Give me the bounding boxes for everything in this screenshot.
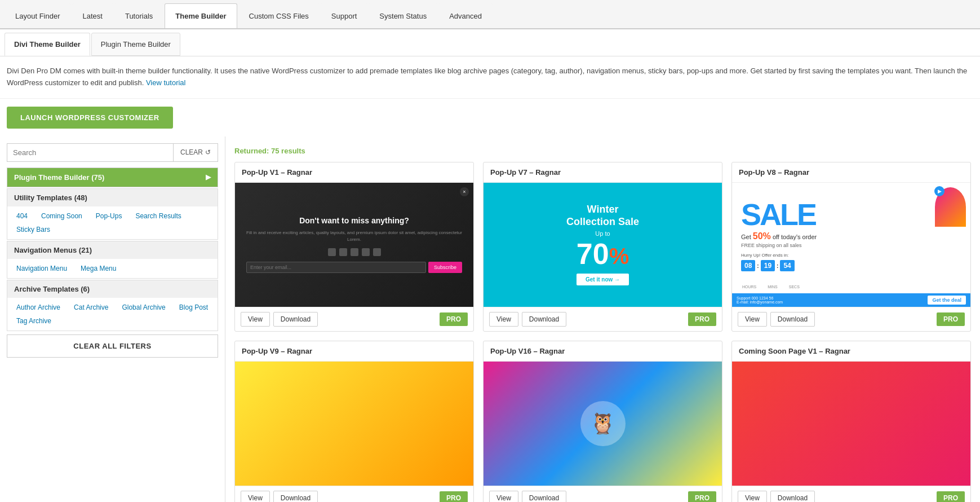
- pro-badge-popup-v1: PRO: [440, 312, 468, 326]
- filter-item-navigation-menu[interactable]: Navigation Menu: [12, 262, 72, 275]
- view-button-popup-v1[interactable]: View: [241, 312, 270, 327]
- clear-search-button[interactable]: CLEAR ↺: [173, 144, 218, 161]
- tab-tutorials[interactable]: Tutorials: [114, 3, 163, 28]
- plugin-theme-builder-filter[interactable]: Plugin Theme Builder (75) ▶: [7, 168, 218, 187]
- results-label: Returned:: [234, 147, 269, 155]
- bottom-bar: Support 000 1234 56 E-mail: info@yoname.…: [732, 293, 970, 307]
- template-card-popup-v1: Pop-Up V1 – Ragnar × Don't want to miss …: [234, 162, 474, 332]
- timer-label-secs: SECS: [789, 285, 800, 289]
- card-preview-popup-v1: × Don't want to miss anything? Fill in a…: [235, 183, 473, 307]
- clear-search-label: CLEAR: [180, 148, 203, 156]
- download-button-coming-soon-v1[interactable]: Download: [770, 491, 815, 502]
- tab-layout-finder[interactable]: Layout Finder: [5, 3, 71, 28]
- navigation-menus-items: Navigation Menu Mega Menu: [7, 259, 218, 278]
- download-button-popup-v8[interactable]: Download: [770, 312, 815, 327]
- tab-latest[interactable]: Latest: [72, 3, 113, 28]
- view-button-popup-v8[interactable]: View: [738, 312, 767, 327]
- timer-labels: HOURS MINS SECS: [742, 285, 961, 289]
- clear-all-filters-button[interactable]: CLEAR ALL FILTERS: [7, 334, 218, 358]
- winter-upto: Up to: [595, 230, 610, 237]
- main-layout: CLEAR ↺ Plugin Theme Builder (75) ▶ Util…: [0, 136, 980, 502]
- subscribe-btn-preview[interactable]: Subscribe: [428, 262, 462, 273]
- card-title-popup-v1: Pop-Up V1 – Ragnar: [235, 162, 473, 183]
- youtube-icon: [328, 248, 336, 256]
- view-button-popup-v7[interactable]: View: [489, 312, 518, 327]
- filter-item-404[interactable]: 404: [12, 210, 32, 222]
- email-input-preview[interactable]: [246, 262, 426, 273]
- template-card-popup-v16: Pop-Up V16 – Ragnar 🦉 View Download PRO: [483, 341, 722, 502]
- results-suffix: results: [281, 147, 305, 155]
- filter-item-pop-ups[interactable]: Pop-Ups: [91, 210, 127, 222]
- results-count: 75: [271, 147, 279, 155]
- view-button-popup-v9[interactable]: View: [241, 491, 270, 502]
- sub-tabs-container: Divi Theme Builder Plugin Theme Builder: [0, 29, 980, 56]
- tab-system-status[interactable]: System Status: [369, 3, 437, 28]
- timer-mins: 19: [761, 260, 775, 271]
- archive-templates-items: Author Archive Cat Archive Global Archiv…: [7, 298, 218, 331]
- timer-sep-1: :: [757, 263, 759, 269]
- yellow-preview: [235, 362, 473, 486]
- close-icon: ×: [460, 187, 469, 196]
- red-preview: [732, 362, 970, 486]
- top-tabs-container: Layout Finder Latest Tutorials Theme Bui…: [0, 0, 980, 29]
- card-title-popup-v16: Pop-Up V16 – Ragnar: [484, 341, 722, 362]
- card-preview-popup-v7: WinterCollection Sale Up to 70 % Get it …: [484, 183, 722, 307]
- filter-item-tag-archive[interactable]: Tag Archive: [12, 315, 56, 327]
- tab-theme-builder[interactable]: Theme Builder: [165, 3, 237, 28]
- card-preview-popup-v16: 🦉: [484, 362, 722, 486]
- content-area: Returned: 75 results Pop-Up V1 – Ragnar …: [225, 136, 980, 502]
- download-button-popup-v7[interactable]: Download: [522, 312, 566, 327]
- view-button-coming-soon-v1[interactable]: View: [738, 491, 767, 502]
- card-actions-popup-v16: View Download PRO: [484, 486, 722, 502]
- hurry-text: Hurry Up! Offer ends in:: [741, 253, 961, 258]
- download-button-popup-v9[interactable]: Download: [273, 491, 318, 502]
- filter-item-global-archive[interactable]: Global Archive: [117, 301, 170, 314]
- utility-templates-items: 404 Coming Soon Pop-Ups Search Results S…: [7, 206, 218, 239]
- search-input[interactable]: [7, 144, 173, 161]
- filter-item-blog-post[interactable]: Blog Post: [175, 301, 212, 314]
- filter-item-cat-archive[interactable]: Cat Archive: [69, 301, 113, 314]
- filter-item-search-results[interactable]: Search Results: [131, 210, 185, 222]
- get-now-btn-preview[interactable]: Get it now →: [577, 274, 629, 285]
- download-button-popup-v1[interactable]: Download: [273, 312, 318, 327]
- sub-tab-divi-theme-builder[interactable]: Divi Theme Builder: [5, 33, 90, 56]
- sale-text: SALE: [741, 201, 961, 228]
- view-tutorial-link[interactable]: View tutorial: [146, 78, 186, 87]
- filter-header-plugin-theme-builder[interactable]: Plugin Theme Builder (75) ▶: [7, 168, 218, 187]
- email-subscribe-row: Subscribe: [246, 262, 462, 273]
- tab-advanced[interactable]: Advanced: [438, 3, 493, 28]
- launch-wordpress-customizer-button[interactable]: LAUNCH WORDPRESS CUSTOMIZER: [7, 107, 173, 129]
- card-preview-popup-v8: ▶ SALE Get 50% off today's order FREE sh…: [732, 183, 970, 307]
- filter-item-author-archive[interactable]: Author Archive: [12, 301, 65, 314]
- twitter-icon: [351, 248, 358, 256]
- get-off-text: Get 50% off today's order: [741, 231, 961, 241]
- timer-sep-2: :: [777, 263, 778, 269]
- filter-item-sticky-bars[interactable]: Sticky Bars: [12, 223, 55, 236]
- navigation-menus-group: Navigation Menus (21) Navigation Menu Me…: [7, 241, 218, 279]
- launch-area: LAUNCH WORDPRESS CUSTOMIZER: [0, 99, 980, 136]
- free-shipping-text: FREE shipping on all sales: [741, 243, 961, 248]
- pro-badge-popup-v8: PRO: [937, 312, 965, 326]
- archive-templates-group: Archive Templates (6) Author Archive Cat…: [7, 280, 218, 331]
- view-button-popup-v16[interactable]: View: [489, 491, 518, 502]
- social-icons-row: [328, 248, 381, 256]
- card-actions-popup-v1: View Download PRO: [235, 307, 473, 331]
- template-card-coming-soon-v1: Coming Soon Page V1 – Ragnar View Downlo…: [731, 341, 971, 502]
- get-deal-btn[interactable]: Get the deal: [928, 296, 966, 305]
- card-actions-popup-v9: View Download PRO: [235, 486, 473, 502]
- tab-support[interactable]: Support: [321, 3, 368, 28]
- timer-label-mins: MINS: [768, 285, 778, 289]
- template-card-popup-v8: Pop-Up V8 – Ragnar ▶ SALE Get 50% off to…: [731, 162, 971, 332]
- pro-badge-popup-v16: PRO: [688, 491, 716, 502]
- filter-item-coming-soon[interactable]: Coming Soon: [37, 210, 87, 222]
- tab-custom-css[interactable]: Custom CSS Files: [238, 3, 320, 28]
- card-title-popup-v9: Pop-Up V9 – Ragnar: [235, 341, 473, 362]
- pro-badge-coming-soon-v1: PRO: [937, 491, 965, 502]
- sub-tab-plugin-theme-builder[interactable]: Plugin Theme Builder: [91, 33, 180, 56]
- download-button-popup-v16[interactable]: Download: [522, 491, 566, 502]
- instagram-icon: [373, 248, 381, 256]
- filter-item-mega-menu[interactable]: Mega Menu: [76, 262, 121, 275]
- countdown-timer: 08 : 19 : 54: [741, 260, 961, 271]
- linkedin-icon: [339, 248, 347, 256]
- utility-templates-group: Utility Templates (48) 404 Coming Soon P…: [7, 188, 218, 240]
